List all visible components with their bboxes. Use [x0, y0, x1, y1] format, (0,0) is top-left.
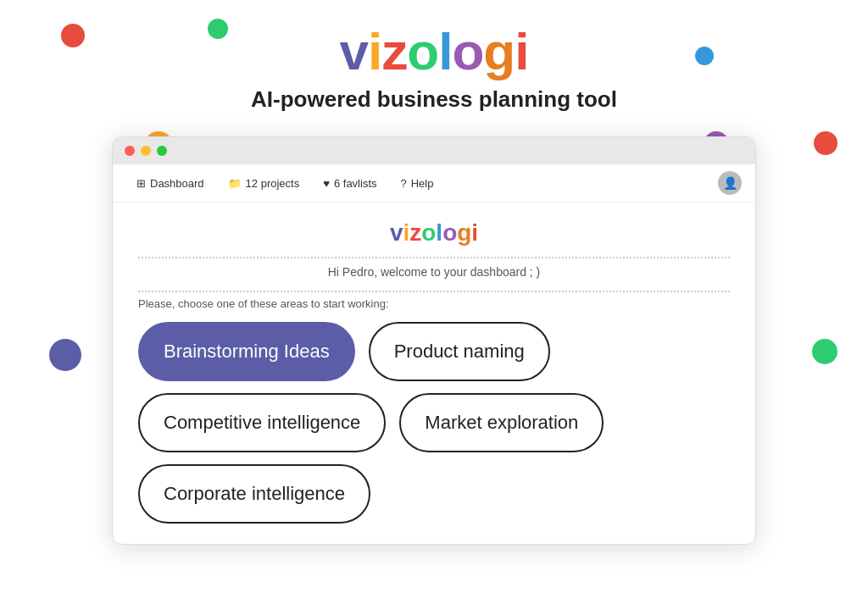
avatar[interactable]: 👤	[718, 171, 742, 195]
browser-content: vizologi Hi Pedro, welcome to your dashb…	[113, 202, 755, 544]
nav-dashboard[interactable]: ⊞ Dashboard	[126, 173, 214, 194]
dashboard-icon: ⊞	[136, 177, 146, 190]
choose-text: Please, choose one of these areas to sta…	[138, 297, 730, 310]
browser-dot-red[interactable]	[125, 146, 135, 156]
nav-projects[interactable]: 📁 12 projects	[218, 173, 310, 194]
browser-titlebar	[113, 137, 755, 164]
area-button-product-naming[interactable]: Product naming	[369, 322, 550, 381]
main-logo: vizologi	[340, 25, 529, 78]
divider-top	[138, 257, 730, 258]
nav-favlists-label: 6 favlists	[334, 177, 377, 190]
browser-window: ⊞ Dashboard 📁 12 projects ♥ 6 favlists ?…	[112, 136, 756, 545]
help-icon: ?	[401, 177, 407, 190]
button-row-3: Corporate intelligence	[138, 464, 730, 524]
nav-projects-label: 12 projects	[246, 177, 300, 190]
nav-favlists[interactable]: ♥ 6 favlists	[313, 173, 387, 194]
heart-icon: ♥	[323, 177, 330, 190]
divider-bottom	[138, 291, 730, 292]
nav-dashboard-label: Dashboard	[150, 177, 204, 190]
area-button-corporate-intelligence[interactable]: Corporate intelligence	[138, 464, 370, 524]
area-button-market-exploration[interactable]: Market exploration	[399, 393, 604, 452]
area-button-grid: Brainstorming Ideas Product naming Compe…	[138, 322, 730, 524]
button-row-1: Brainstorming Ideas Product naming	[138, 322, 730, 381]
browser-dot-green[interactable]	[157, 146, 167, 156]
tagline: AI-powered business planning tool	[251, 86, 617, 113]
browser-dot-yellow[interactable]	[141, 146, 151, 156]
browser-logo: vizologi	[138, 219, 730, 247]
button-row-2: Competitive intelligence Market explorat…	[138, 393, 730, 452]
area-button-brainstorming[interactable]: Brainstorming Ideas	[138, 322, 355, 381]
welcome-message: Hi Pedro, welcome to your dashboard ; )	[138, 265, 730, 279]
nav-help[interactable]: ? Help	[391, 173, 444, 194]
nav-bar: ⊞ Dashboard 📁 12 projects ♥ 6 favlists ?…	[113, 164, 755, 202]
area-button-competitive-intelligence[interactable]: Competitive intelligence	[138, 393, 386, 452]
nav-help-label: Help	[411, 177, 434, 190]
header-area: vizologi AI-powered business planning to…	[0, 0, 868, 545]
projects-icon: 📁	[228, 177, 242, 190]
avatar-icon: 👤	[723, 176, 737, 190]
